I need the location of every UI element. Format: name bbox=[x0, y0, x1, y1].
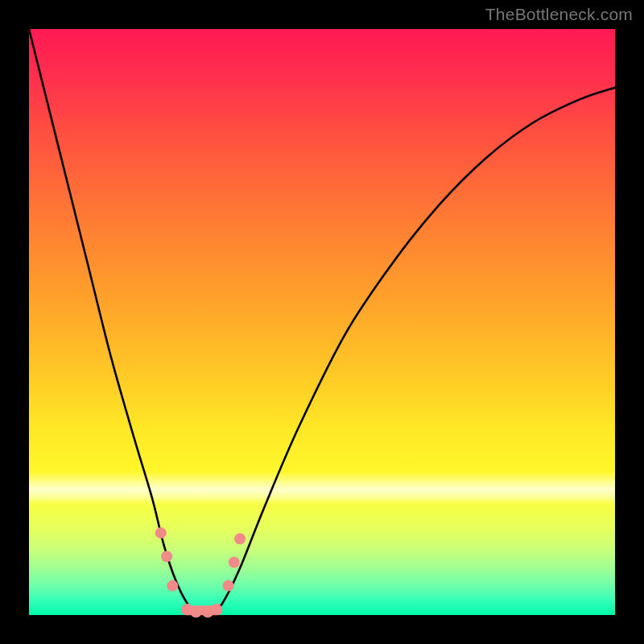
threshold-dots bbox=[155, 527, 246, 617]
threshold-dot bbox=[223, 580, 234, 592]
chart-frame: TheBottleneck.com bbox=[0, 0, 644, 644]
curve-layer bbox=[29, 29, 615, 615]
threshold-dot bbox=[167, 580, 178, 592]
plot-area bbox=[29, 29, 615, 615]
threshold-dot bbox=[234, 533, 246, 544]
threshold-dot bbox=[161, 551, 172, 562]
watermark-text: TheBottleneck.com bbox=[485, 5, 633, 24]
threshold-dot bbox=[229, 556, 240, 568]
bottleneck-curve bbox=[29, 29, 615, 617]
threshold-dot bbox=[190, 606, 201, 617]
threshold-dot bbox=[155, 527, 167, 539]
threshold-dot bbox=[211, 604, 222, 615]
